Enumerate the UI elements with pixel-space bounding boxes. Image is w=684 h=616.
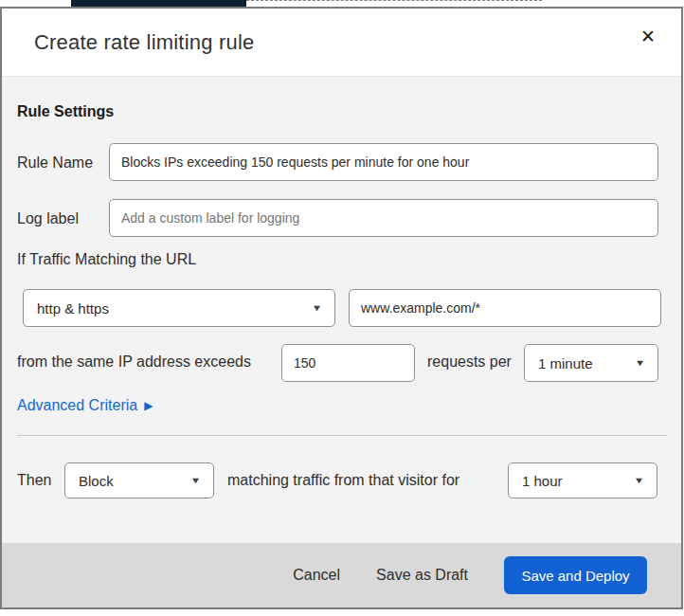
background-hairline [246, 0, 542, 1]
dialog-body: Rule Settings Rule Name Log label If Tra… [2, 76, 681, 543]
log-label-input[interactable] [109, 199, 658, 237]
duration-select[interactable]: 1 hour ▼ [508, 462, 657, 498]
request-count-input[interactable] [281, 344, 415, 382]
then-text: Then [17, 472, 51, 489]
period-select[interactable]: 1 minute ▼ [524, 344, 658, 382]
create-rate-limiting-rule-dialog: Create rate limiting rule ✕ Rule Setting… [0, 7, 683, 609]
advanced-criteria-link[interactable]: Advanced Criteria ▶ [17, 397, 153, 414]
chevron-right-icon: ▶ [144, 399, 153, 412]
chevron-down-icon: ▼ [635, 358, 646, 368]
chevron-down-icon: ▼ [634, 476, 645, 485]
log-label-label: Log label [17, 210, 79, 227]
rule-name-label: Rule Name [17, 154, 93, 172]
traffic-match-intro: If Traffic Matching the URL [17, 251, 196, 268]
action-select-value: Block [79, 473, 114, 489]
requests-per-text: requests per [427, 353, 512, 371]
advanced-criteria-label: Advanced Criteria [17, 397, 137, 414]
section-divider [17, 435, 667, 436]
matching-traffic-text: matching traffic from that visitor for [227, 472, 459, 489]
save-and-deploy-button[interactable]: Save and Deploy [504, 556, 647, 594]
dialog-header: Create rate limiting rule ✕ [2, 9, 681, 76]
chevron-down-icon: ▼ [312, 303, 323, 313]
scheme-select-value: http & https [37, 300, 109, 317]
cancel-button[interactable]: Cancel [293, 567, 340, 584]
threshold-prefix-text: from the same IP address exceeds [17, 353, 251, 371]
scheme-select[interactable]: http & https ▼ [23, 289, 335, 327]
rule-settings-heading: Rule Settings [17, 103, 114, 120]
duration-select-value: 1 hour [522, 473, 563, 489]
dialog-footer: Cancel Save as Draft Save and Deploy [2, 543, 681, 607]
save-as-draft-button[interactable]: Save as Draft [376, 567, 468, 584]
rule-name-input[interactable] [109, 143, 658, 181]
screen: Create rate limiting rule ✕ Rule Setting… [0, 0, 684, 616]
dialog-title: Create rate limiting rule [34, 30, 254, 55]
action-select[interactable]: Block ▼ [64, 462, 214, 498]
chevron-down-icon: ▼ [190, 476, 202, 485]
background-app-bar [71, 0, 246, 7]
url-input[interactable] [349, 289, 661, 327]
close-icon[interactable]: ✕ [632, 20, 664, 52]
period-select-value: 1 minute [538, 355, 593, 371]
